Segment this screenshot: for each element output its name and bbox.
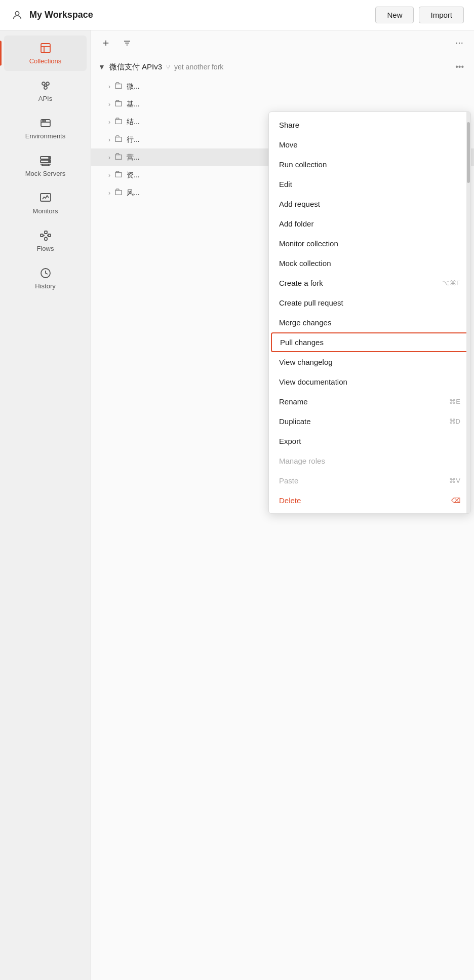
folder-item-1[interactable]: › 微... — [91, 78, 474, 95]
folder-item-2[interactable]: › 基... — [91, 95, 474, 113]
sidebar-label-apis: APIs — [38, 95, 52, 102]
svg-line-8 — [44, 85, 46, 86]
monitors-icon — [39, 192, 52, 205]
menu-item-export[interactable]: Export — [269, 431, 470, 451]
environments-icon — [39, 117, 52, 130]
menu-item-add-folder[interactable]: Add folder — [269, 214, 470, 234]
sidebar-item-flows[interactable]: Flows — [4, 223, 87, 258]
folder-chevron-icon: › — [108, 119, 110, 126]
folder-text-3: 结... — [127, 118, 140, 127]
sidebar-item-environments[interactable]: Environments — [4, 110, 87, 146]
folder-icon — [114, 99, 123, 109]
folder-text-2: 基... — [127, 100, 140, 109]
svg-point-39 — [461, 43, 462, 44]
import-button[interactable]: Import — [419, 7, 464, 23]
menu-item-rename[interactable]: Rename ⌘E — [269, 392, 470, 411]
sidebar: Collections APIs — [0, 30, 91, 980]
sidebar-item-history[interactable]: History — [4, 260, 87, 296]
folder-chevron-icon: › — [108, 136, 110, 143]
folder-chevron-icon: › — [108, 154, 110, 161]
svg-rect-24 — [45, 231, 47, 234]
folder-icon — [114, 117, 123, 127]
svg-point-17 — [49, 161, 50, 162]
header-left: My Workspace — [10, 8, 93, 22]
apis-icon — [39, 79, 52, 92]
sidebar-label-mock-servers: Mock Servers — [25, 170, 65, 177]
shortcut-paste: ⌘V — [449, 477, 460, 484]
menu-item-view-documentation[interactable]: View documentation — [269, 372, 470, 392]
menu-item-duplicate[interactable]: Duplicate ⌘D — [269, 411, 470, 431]
header: My Workspace New Import — [0, 0, 474, 30]
svg-rect-1 — [41, 44, 50, 53]
main-layout: Collections APIs — [0, 30, 474, 980]
filter-button[interactable] — [120, 35, 135, 51]
shortcut-delete: ⌫ — [451, 497, 460, 504]
scroll-thumb — [467, 122, 470, 183]
menu-item-monitor-collection[interactable]: Monitor collection — [269, 234, 470, 253]
menu-item-manage-roles: Manage roles — [269, 451, 470, 471]
svg-rect-23 — [41, 234, 43, 237]
sidebar-item-collections[interactable]: Collections — [4, 35, 87, 71]
header-buttons: New Import — [375, 7, 464, 23]
folder-chevron-icon: › — [108, 101, 110, 108]
new-button[interactable]: New — [375, 7, 414, 23]
svg-point-6 — [44, 86, 47, 89]
toolbar-more-button[interactable] — [452, 35, 467, 51]
collection-chevron-icon: ▼ — [98, 63, 105, 71]
toolbar — [91, 30, 474, 56]
folder-text-7: 风... — [127, 189, 140, 198]
menu-item-paste: Paste ⌘V — [269, 471, 470, 491]
menu-item-share[interactable]: Share — [269, 115, 470, 135]
add-button[interactable] — [98, 35, 113, 51]
sidebar-item-mock-servers[interactable]: Mock Servers — [4, 148, 87, 183]
folder-icon — [114, 82, 123, 91]
folder-text-1: 微... — [127, 82, 140, 91]
svg-point-13 — [45, 121, 46, 122]
folder-icon — [114, 188, 123, 198]
svg-point-37 — [456, 43, 457, 44]
sidebar-label-monitors: Monitors — [33, 207, 58, 215]
collection-header[interactable]: ▼ 微信支付 APIv3 ⑂ yet another fork ••• — [91, 56, 474, 78]
menu-item-create-fork[interactable]: Create a fork ⌥⌘F — [269, 273, 470, 293]
svg-point-16 — [49, 158, 50, 159]
menu-item-mock-collection[interactable]: Mock collection — [269, 253, 470, 273]
menu-item-pull-changes[interactable]: Pull changes — [271, 332, 468, 352]
menu-item-move[interactable]: Move — [269, 135, 470, 155]
collections-icon — [39, 42, 52, 55]
user-icon — [10, 8, 24, 22]
scrollbar[interactable] — [466, 112, 470, 513]
svg-point-5 — [46, 82, 49, 85]
folder-icon — [114, 153, 123, 162]
sidebar-label-history: History — [35, 282, 55, 290]
folder-text-5: 营... — [127, 153, 140, 162]
folder-icon — [114, 135, 123, 144]
svg-rect-25 — [45, 238, 47, 240]
workspace-title: My Workspace — [29, 10, 93, 20]
menu-item-add-request[interactable]: Add request — [269, 194, 470, 214]
shortcut-duplicate: ⌘D — [449, 418, 460, 425]
fork-label: yet another fork — [174, 63, 223, 71]
folder-icon — [114, 170, 123, 180]
svg-rect-26 — [48, 234, 51, 237]
menu-item-view-changelog[interactable]: View changelog — [269, 352, 470, 372]
menu-item-run-collection[interactable]: Run collection — [269, 155, 470, 174]
sidebar-item-monitors[interactable]: Monitors — [4, 185, 87, 221]
svg-point-12 — [43, 121, 44, 122]
menu-item-merge-changes[interactable]: Merge changes — [269, 313, 470, 332]
folder-text-4: 行... — [127, 135, 140, 144]
sidebar-item-apis[interactable]: APIs — [4, 73, 87, 108]
flows-icon — [39, 229, 52, 242]
mock-servers-icon — [39, 154, 52, 167]
menu-item-delete[interactable]: Delete ⌫ — [269, 491, 470, 510]
menu-item-edit[interactable]: Edit — [269, 174, 470, 194]
collection-more-button[interactable]: ••• — [452, 61, 467, 72]
menu-item-create-pull-request[interactable]: Create pull request — [269, 293, 470, 313]
folder-text-6: 资... — [127, 171, 140, 180]
sidebar-label-flows: Flows — [37, 245, 54, 252]
folder-chevron-icon: › — [108, 190, 110, 197]
collection-name: 微信支付 APIv3 — [109, 62, 162, 72]
shortcut-create-fork: ⌥⌘F — [442, 279, 460, 287]
sidebar-label-collections: Collections — [29, 57, 62, 65]
svg-point-0 — [15, 11, 19, 15]
folder-chevron-icon: › — [108, 83, 110, 90]
